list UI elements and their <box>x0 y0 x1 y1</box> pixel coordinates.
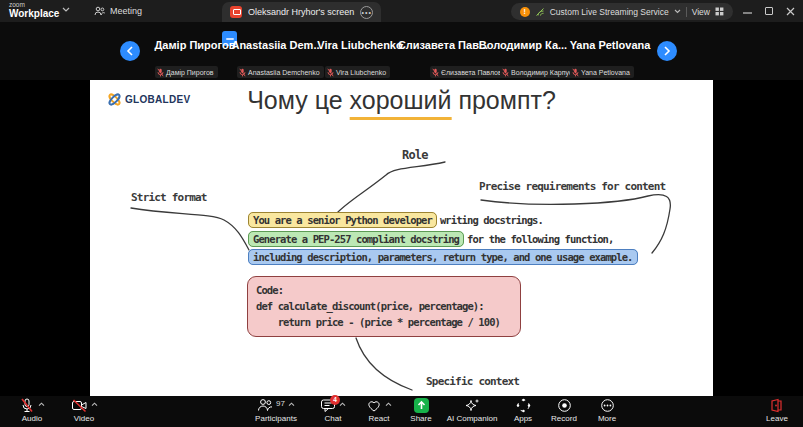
participants-count: 97 <box>276 399 285 408</box>
tab-options-ellipsis-icon[interactable]: ••• <box>360 6 373 19</box>
screen-tab-label: Oleksandr Hryhor's screen <box>248 7 354 17</box>
globaldev-logo-icon <box>107 92 122 107</box>
video-tile[interactable]: Володимир Ка... <box>480 24 566 66</box>
more-ellipsis-icon <box>600 398 615 413</box>
apps-icon <box>516 398 531 413</box>
mic-muted-icon <box>432 68 439 77</box>
leave-button[interactable]: Leave <box>757 398 797 423</box>
slide-title: Чому це хороший промпт? <box>247 86 556 115</box>
chevron-right-icon <box>663 46 671 56</box>
chevron-left-icon <box>126 46 134 56</box>
role-highlight: You are a senior Python developer <box>248 212 437 228</box>
code-block: Code: def calculate_discount(price, perc… <box>247 276 521 337</box>
video-button[interactable]: Video <box>60 398 108 423</box>
shared-screen-slide: GLOBALDEV Чому це хороший промпт? Role S… <box>90 80 713 396</box>
react-options-chevron-icon[interactable] <box>385 402 392 407</box>
streaming-service-label[interactable]: Custom Live Streaming Service <box>550 7 669 17</box>
video-tile[interactable]: Дамір Пирогов <box>152 24 238 66</box>
leave-door-icon <box>769 398 785 413</box>
chat-options-chevron-icon[interactable] <box>339 402 346 407</box>
filmstrip-prev-button[interactable] <box>120 41 140 61</box>
react-button[interactable]: React <box>356 398 402 423</box>
window-controls <box>743 4 795 18</box>
annotation-role: Role <box>402 148 428 162</box>
video-tile[interactable]: Єлизавета Пав... <box>400 24 486 66</box>
brand-chevron-down-icon[interactable] <box>62 7 70 12</box>
meeting-people-icon <box>94 6 105 16</box>
requirements-highlight: including description, parameters, retur… <box>248 249 638 265</box>
titlebar: zoom Workplace Meeting Oleksandr Hryhor'… <box>0 0 803 22</box>
participant-label-chip: Єлизавета Павлова <box>430 66 509 78</box>
participant-name: Anastasiia Dem... <box>231 39 322 51</box>
meeting-tab-label: Meeting <box>110 6 142 16</box>
chat-unread-badge: 4 <box>330 395 340 405</box>
prompt-line-1: You are a senior Python developerwriting… <box>248 211 638 230</box>
participant-name: Єлизавета Пав... <box>398 39 488 51</box>
video-options-chevron-icon[interactable] <box>91 402 98 407</box>
ai-companion-button[interactable]: AI Companion <box>443 398 501 423</box>
brand-zoom: zoom <box>9 1 59 8</box>
tab-meeting[interactable]: Meeting <box>88 0 148 22</box>
prompt-text: You are a senior Python developerwriting… <box>248 211 638 267</box>
participant-label-chip: Vira Liubchenko <box>325 66 390 78</box>
participant-name: Vira Liubchenko <box>317 39 402 51</box>
tab-shared-screen[interactable]: Oleksandr Hryhor's screen ••• <box>222 2 381 22</box>
video-tile[interactable]: Vira Liubchenko <box>317 24 403 66</box>
app-brand: zoom Workplace <box>9 1 59 19</box>
warning-icon: ! <box>520 7 530 17</box>
globaldev-logo: GLOBALDEV <box>107 92 190 107</box>
participant-filmstrip: Дамір Пирогов Anastasiia Dem... Vira Liu… <box>0 22 803 80</box>
close-button[interactable] <box>786 7 795 16</box>
heart-react-icon <box>366 398 382 413</box>
participant-label-chip: Anastasiia Demchenko <box>237 66 324 78</box>
mic-muted-icon <box>239 68 246 77</box>
brand-workplace: Workplace <box>9 8 59 19</box>
annotation-specific-context: Specific context <box>426 375 519 388</box>
participants-icon <box>257 398 273 412</box>
streaming-icon <box>535 7 545 17</box>
screen-share-icon <box>230 6 242 18</box>
participant-name: Дамір Пирогов <box>155 39 236 51</box>
mic-muted-icon <box>327 68 334 77</box>
record-button[interactable]: Record <box>543 398 585 423</box>
participant-label-chip: Yana Petlovana <box>570 66 634 78</box>
apps-button[interactable]: Apps <box>504 398 542 423</box>
format-highlight: Generate a PEP-257 compliant docstring <box>248 231 464 247</box>
globaldev-logo-text: GLOBALDEV <box>125 94 190 105</box>
filmstrip-next-button[interactable] <box>657 41 677 61</box>
video-tile[interactable]: Anastasiia Dem... <box>234 24 320 66</box>
mic-muted-icon <box>572 68 579 77</box>
participants-options-chevron-icon[interactable] <box>288 402 295 407</box>
streaming-chevron-down-icon[interactable] <box>674 9 681 14</box>
view-grid-icon[interactable] <box>715 7 724 16</box>
prompt-line-2: Generate a PEP-257 compliant docstringfo… <box>248 230 638 249</box>
participant-name: Yana Petlovana <box>570 39 651 51</box>
streaming-controls: ! Custom Live Streaming Service View <box>511 3 733 20</box>
mic-muted-icon <box>157 68 164 77</box>
minimize-button[interactable] <box>743 7 752 16</box>
pill-divider <box>686 7 687 17</box>
participants-button[interactable]: 97 Participants <box>246 398 306 423</box>
audio-button[interactable]: Audio <box>8 398 56 423</box>
annotation-precise-requirements: Precise requirements for content <box>479 180 665 193</box>
share-button[interactable]: Share <box>400 398 442 423</box>
title-underlined-word: хороший <box>350 86 452 120</box>
annotation-strict-format: Strict format <box>131 191 207 204</box>
prompt-line-3: including description, parameters, retur… <box>248 248 638 267</box>
share-screen-icon <box>414 398 429 413</box>
video-tile[interactable]: Yana Petlovana <box>567 24 653 66</box>
mic-muted-icon <box>19 398 35 413</box>
camera-off-icon <box>71 398 88 413</box>
view-button[interactable]: View <box>692 7 710 17</box>
participant-label-chip: Володимир Карпусь <box>500 66 580 78</box>
maximize-button[interactable] <box>765 7 773 15</box>
chat-button[interactable]: 4 Chat <box>310 398 356 423</box>
ai-sparkle-icon <box>464 398 480 413</box>
meeting-toolbar: Audio Video 97 Participants 4 Chat React <box>0 396 803 427</box>
participant-label-chip: Дамір Пирогов <box>155 66 218 78</box>
more-button[interactable]: More <box>588 398 626 423</box>
audio-options-chevron-icon[interactable] <box>38 402 45 407</box>
record-icon <box>557 398 572 413</box>
mic-muted-icon <box>502 68 509 77</box>
participant-name: Володимир Ка... <box>479 39 567 51</box>
